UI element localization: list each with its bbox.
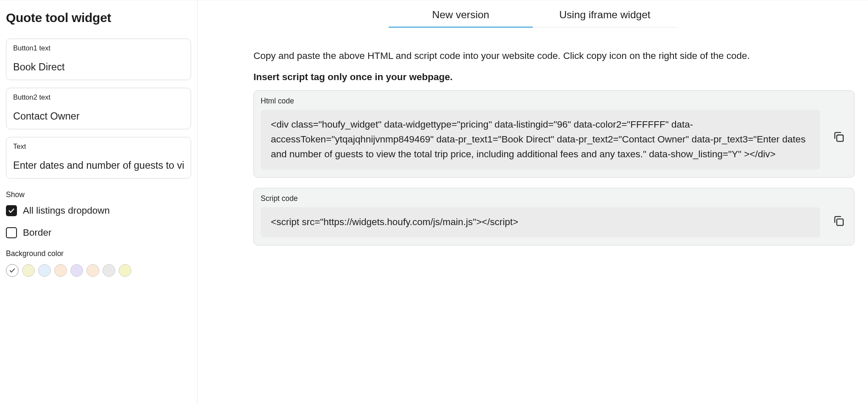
button2-label: Button2 text	[13, 93, 184, 101]
svg-rect-0	[837, 135, 843, 141]
border-row: Border	[6, 227, 191, 238]
button2-text-group: Button2 text	[6, 88, 191, 129]
color-swatch-5[interactable]	[86, 264, 99, 277]
border-checkbox[interactable]	[6, 227, 17, 238]
all-listings-label: All listings dropdown	[23, 205, 110, 216]
all-listings-row: All listings dropdown	[6, 205, 191, 216]
html-code-card: Html code <div class="houfy_widget" data…	[253, 90, 854, 178]
color-swatch-4[interactable]	[70, 264, 83, 277]
tab-new-version[interactable]: New version	[389, 9, 533, 28]
text-label: Text	[13, 142, 184, 150]
check-icon	[9, 267, 16, 274]
color-swatch-0[interactable]	[6, 264, 19, 277]
html-code-box: <div class="houfy_widget" data-widgettyp…	[261, 110, 820, 170]
copy-icon	[833, 131, 845, 143]
button2-input[interactable]	[13, 111, 184, 122]
tabs: New versionUsing iframe widget	[203, 9, 862, 28]
tab-using-iframe-widget[interactable]: Using iframe widget	[533, 9, 677, 28]
color-swatch-2[interactable]	[38, 264, 51, 277]
color-swatch-row	[6, 264, 191, 277]
all-listings-checkbox[interactable]	[6, 205, 17, 216]
svg-rect-1	[837, 219, 843, 225]
copy-icon	[833, 215, 845, 227]
script-code-card: Script code <script src="https://widgets…	[253, 188, 854, 245]
text-input[interactable]	[13, 160, 184, 171]
color-swatch-6[interactable]	[103, 264, 115, 277]
copy-script-button[interactable]	[832, 214, 846, 228]
color-swatch-7[interactable]	[119, 264, 131, 277]
color-swatch-1[interactable]	[22, 264, 35, 277]
instructions-text: Copy and paste the above HTML and script…	[203, 50, 862, 61]
show-label: Show	[6, 190, 191, 199]
bg-color-label: Background color	[6, 249, 191, 258]
script-code-box: <script src="https://widgets.houfy.com/j…	[261, 207, 820, 237]
border-label: Border	[23, 227, 52, 238]
button1-text-group: Button1 text	[6, 39, 191, 80]
button1-input[interactable]	[13, 61, 184, 73]
copy-html-button[interactable]	[832, 130, 846, 144]
text-group: Text	[6, 137, 191, 178]
button1-label: Button1 text	[13, 44, 184, 52]
html-code-label: Html code	[261, 97, 847, 106]
script-code-label: Script code	[261, 194, 847, 203]
instructions-bold-text: Insert script tag only once in your webp…	[203, 72, 862, 83]
page-title: Quote tool widget	[6, 11, 191, 25]
color-swatch-3[interactable]	[54, 264, 67, 277]
